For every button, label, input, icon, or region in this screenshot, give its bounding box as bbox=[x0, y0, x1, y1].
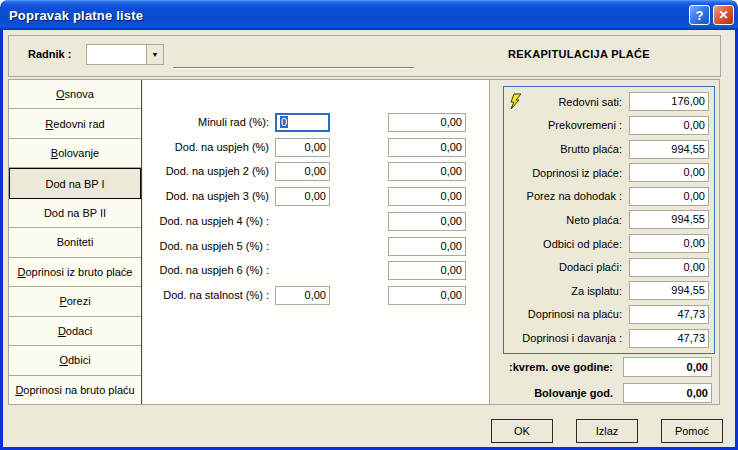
radnik-label: Radnik : bbox=[28, 48, 71, 60]
form-label: Dod. na uspjeh 4 (%) : bbox=[151, 212, 269, 231]
value-minuli-rad: 0,00 bbox=[388, 113, 466, 132]
recap-label: Doprinosi na plaću: bbox=[528, 308, 622, 320]
sidebar-item-doprinosi-iz-bruto-place[interactable]: Doprinosi iz bruto plaće bbox=[9, 258, 141, 287]
lightning-icon bbox=[508, 93, 523, 110]
recap-value-dodaci-placi: 0,00 bbox=[629, 258, 709, 277]
sidebar-item-odbici[interactable]: Odbici bbox=[9, 346, 141, 375]
recap-row-porez-na-dohodak: Porez na dohodak :0,00 bbox=[509, 186, 709, 206]
recap-row-za-isplatu: Za isplatu:994,55 bbox=[509, 281, 709, 301]
chevron-down-icon[interactable]: ▼ bbox=[146, 45, 163, 64]
sidebar-item-dodaci[interactable]: Dodaci bbox=[9, 317, 141, 346]
form-label: Dod. na uspjeh 2 (%) bbox=[151, 162, 269, 181]
value-dod-na-uspjeh-4: 0,00 bbox=[388, 212, 466, 231]
form-label: Dod. na uspjeh 6 (%) : bbox=[151, 261, 269, 280]
form-panel: Minuli rad (%):00,00Dod. na uspjeh (%)0,… bbox=[143, 80, 490, 404]
sidebar-item-dod-na-bp-ii[interactable]: Dod na BP II bbox=[9, 199, 141, 228]
sidebar-item-osnova[interactable]: Osnova bbox=[9, 80, 141, 109]
recap-label: Dodaci plaći: bbox=[559, 261, 622, 273]
value-dod-na-uspjeh-5: 0,00 bbox=[388, 237, 466, 256]
close-button[interactable]: ✕ bbox=[713, 5, 734, 25]
recap-value-porez-na-dohodak: 0,00 bbox=[629, 187, 709, 206]
recap-value-prekovremeni: 0,00 bbox=[629, 116, 709, 135]
radnik-combobox[interactable]: ▼ bbox=[86, 44, 164, 65]
form-label: Dod. na stalnost (%) : bbox=[151, 286, 269, 305]
recap-value-doprinosi-i-davanja: 47,73 bbox=[629, 329, 709, 348]
recap-value-redovni-sati: 176,00 bbox=[629, 92, 709, 111]
form-row-dod-na-uspjeh-5: Dod. na uspjeh 5 (%) :0,00 bbox=[143, 237, 489, 256]
ok-button[interactable]: OK bbox=[491, 419, 553, 443]
pomoc-button[interactable]: Pomoć bbox=[661, 419, 723, 443]
recap-value-odbici-od-place: 0,00 bbox=[629, 234, 709, 253]
form-row-dod-na-stalnost: Dod. na stalnost (%) :0,000,00 bbox=[143, 286, 489, 305]
radnik-combo-value bbox=[87, 45, 146, 64]
recap-value-brutto-placa: 994,55 bbox=[629, 140, 709, 159]
recap-label: Za isplatu: bbox=[571, 285, 622, 297]
recap-row-brutto-placa: Brutto plaća:994,55 bbox=[509, 139, 709, 159]
radnik-name-line bbox=[173, 67, 414, 68]
recap-value-doprinosi-na-placu: 47,73 bbox=[629, 305, 709, 324]
prekovremeno-godine-value: 0,00 bbox=[623, 357, 712, 377]
recap-value-neto-placa: 994,55 bbox=[629, 210, 709, 229]
input-dod-na-stalnost[interactable]: 0,00 bbox=[275, 286, 330, 305]
recap-label: Porez na dohodak : bbox=[527, 190, 622, 202]
title-bar[interactable]: Popravak platne liste ? ✕ bbox=[0, 0, 738, 30]
recap-label: Doprinosi i davanja : bbox=[522, 332, 622, 344]
form-label: Dod. na uspjeh 3 (%) bbox=[151, 187, 269, 206]
recap-label: Brutto plaća: bbox=[560, 143, 622, 155]
window-title: Popravak platne liste bbox=[0, 8, 143, 23]
sidebar-item-dod-na-bp-i[interactable]: Dod na BP I bbox=[9, 168, 141, 198]
recap-value-za-isplatu: 994,55 bbox=[629, 281, 709, 300]
help-button[interactable]: ? bbox=[689, 5, 710, 25]
close-icon: ✕ bbox=[718, 9, 728, 21]
value-dod-na-stalnost: 0,00 bbox=[388, 286, 466, 305]
recap-label: Redovni sati: bbox=[558, 96, 622, 108]
recap-value-doprinosi-iz-place: 0,00 bbox=[629, 163, 709, 182]
form-row-dod-na-uspjeh: Dod. na uspjeh (%)0,000,00 bbox=[143, 138, 489, 157]
help-icon: ? bbox=[696, 9, 704, 22]
recap-label: Neto plaća: bbox=[566, 214, 622, 226]
form-label: Dod. na uspjeh (%) bbox=[151, 138, 269, 157]
form-row-dod-na-uspjeh-3: Dod. na uspjeh 3 (%)0,000,00 bbox=[143, 187, 489, 206]
sidebar-item-redovni-rad[interactable]: Redovni rad bbox=[9, 109, 141, 138]
input-minuli-rad[interactable]: 0 bbox=[275, 113, 330, 132]
form-label: Dod. na uspjeh 5 (%) : bbox=[151, 237, 269, 256]
recap-row-doprinosi-iz-place: Doprinosi iz plaće:0,00 bbox=[509, 163, 709, 183]
form-row-minuli-rad: Minuli rad (%):00,00 bbox=[143, 113, 489, 132]
input-dod-na-uspjeh-3[interactable]: 0,00 bbox=[275, 187, 330, 206]
recap-row-odbici-od-place: Odbici od plaće:0,00 bbox=[509, 234, 709, 254]
dialog-window: Popravak platne liste ? ✕ Radnik : ▼ REK… bbox=[0, 0, 738, 450]
form-row-dod-na-uspjeh-2: Dod. na uspjeh 2 (%)0,000,00 bbox=[143, 162, 489, 181]
recap-row-doprinosi-i-davanja: Doprinosi i davanja :47,73 bbox=[509, 328, 709, 348]
sidebar-item-porezi[interactable]: Porezi bbox=[9, 287, 141, 316]
sidebar-item-boniteti[interactable]: Boniteti bbox=[9, 228, 141, 257]
recap-label: Prekovremeni : bbox=[548, 119, 622, 131]
recap-row-neto-placa: Neto plaća:994,55 bbox=[509, 210, 709, 230]
prekovremeno-godine-label: :kvrem. ove godine: bbox=[478, 357, 613, 377]
recap-row-dodaci-placi: Dodaci plaći:0,00 bbox=[509, 257, 709, 277]
form-row-dod-na-uspjeh-4: Dod. na uspjeh 4 (%) :0,00 bbox=[143, 212, 489, 231]
bolovanje-god-value: 0,00 bbox=[623, 383, 712, 403]
sidebar-item-doprinosi-na-bruto-placu[interactable]: Doprinosi na bruto plaću bbox=[9, 376, 141, 404]
form-label: Minuli rad (%): bbox=[151, 113, 269, 132]
izlaz-button[interactable]: Izlaz bbox=[576, 419, 638, 443]
recap-panel: Redovni sati:176,00Prekovremeni :0,00Bru… bbox=[503, 86, 715, 354]
recap-row-redovni-sati: Redovni sati:176,00 bbox=[509, 92, 709, 112]
recap-row-doprinosi-na-placu: Doprinosi na plaću:47,73 bbox=[509, 304, 709, 324]
sidebar-item-bolovanje[interactable]: Bolovanje bbox=[9, 139, 141, 168]
input-dod-na-uspjeh-2[interactable]: 0,00 bbox=[275, 162, 330, 181]
form-row-dod-na-uspjeh-6: Dod. na uspjeh 6 (%) :0,00 bbox=[143, 261, 489, 280]
header-panel: Radnik : ▼ REKAPITULACIJA PLAĆE bbox=[8, 35, 721, 77]
window-border-left bbox=[0, 28, 3, 450]
recap-label: Odbici od plaće: bbox=[543, 238, 622, 250]
recap-row-prekovremeni: Prekovremeni :0,00 bbox=[509, 115, 709, 135]
value-dod-na-uspjeh-2: 0,00 bbox=[388, 162, 466, 181]
recap-label: Doprinosi iz plaće: bbox=[532, 167, 622, 179]
bolovanje-god-label: Bolovanje god. bbox=[478, 383, 613, 403]
value-dod-na-uspjeh-6: 0,00 bbox=[388, 261, 466, 280]
sidebar-tabs: OsnovaRedovni radBolovanjeDod na BP IDod… bbox=[9, 80, 142, 404]
input-dod-na-uspjeh[interactable]: 0,00 bbox=[275, 138, 330, 157]
value-dod-na-uspjeh-3: 0,00 bbox=[388, 187, 466, 206]
value-dod-na-uspjeh: 0,00 bbox=[388, 138, 466, 157]
recap-title: REKAPITULACIJA PLAĆE bbox=[429, 48, 729, 60]
